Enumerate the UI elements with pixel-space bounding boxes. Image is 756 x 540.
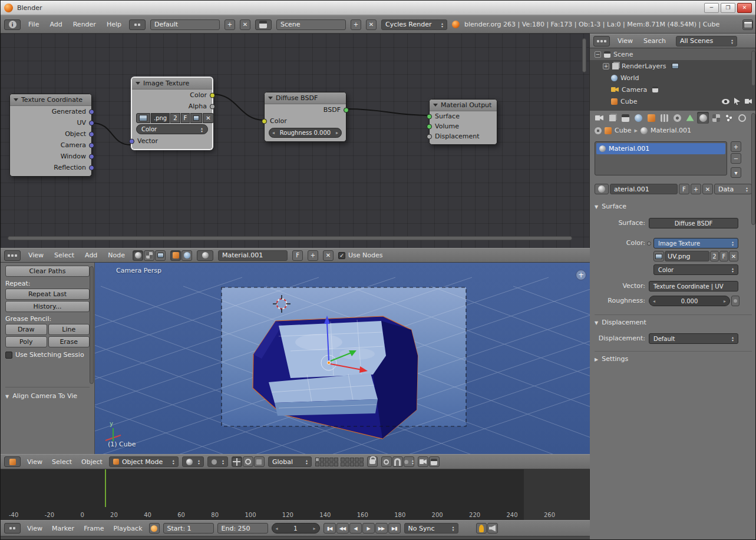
- tab-world[interactable]: [632, 112, 644, 124]
- layers-grid-left[interactable]: [315, 458, 338, 466]
- menu-node[interactable]: Node: [105, 251, 128, 259]
- breadcrumb-material[interactable]: Material.001: [651, 127, 691, 134]
- surface-panel-header[interactable]: Surface: [595, 203, 626, 210]
- outliner-row-world[interactable]: World: [590, 72, 756, 84]
- snap-toggle-button[interactable]: [392, 456, 403, 467]
- jump-to-end-button[interactable]: ▶▮: [388, 523, 401, 534]
- outliner-scrollbar[interactable]: [751, 51, 755, 86]
- current-frame-field[interactable]: 1: [272, 523, 320, 534]
- tab-object-data[interactable]: [684, 112, 696, 124]
- image-pack-button[interactable]: [190, 113, 202, 123]
- scene-field[interactable]: Scene: [276, 19, 346, 30]
- menu-view[interactable]: View: [615, 37, 636, 45]
- material-preview-button[interactable]: [595, 184, 609, 194]
- scene-delete-button[interactable]: ✕: [366, 19, 377, 30]
- input-socket-color[interactable]: [262, 118, 267, 124]
- shader-context-world-button[interactable]: [181, 250, 192, 261]
- vector-source-button[interactable]: Texture Coordinate | UV: [649, 281, 738, 291]
- manipulator-translate-button[interactable]: [232, 456, 242, 467]
- displacement-dropdown[interactable]: Default: [649, 333, 738, 344]
- auto-keyframe-button[interactable]: [149, 523, 160, 534]
- keying-set-button[interactable]: [476, 523, 487, 534]
- menu-view[interactable]: View: [24, 458, 45, 466]
- clear-paths-button[interactable]: Clear Paths: [5, 266, 90, 277]
- play-reverse-button[interactable]: ◀: [349, 523, 362, 534]
- material-name-field[interactable]: Material.001: [218, 250, 288, 261]
- collapse-icon[interactable]: [14, 98, 18, 101]
- manipulator-rotate-button[interactable]: [243, 456, 253, 467]
- menu-view[interactable]: View: [25, 251, 47, 259]
- outliner-scope-dropdown[interactable]: All Scenes: [676, 36, 737, 47]
- selectability-pointer-icon[interactable]: [734, 98, 740, 105]
- menu-add[interactable]: Add: [82, 251, 100, 259]
- surface-shader-button[interactable]: Diffuse BSDF: [649, 218, 738, 228]
- collapse-icon[interactable]: [136, 82, 140, 85]
- input-socket-volume[interactable]: [427, 124, 432, 129]
- input-socket-surface[interactable]: [427, 114, 432, 119]
- material-add-button[interactable]: +: [308, 250, 318, 261]
- image-unlink-button[interactable]: ✕: [729, 251, 738, 261]
- output-socket-bsdf[interactable]: [344, 107, 349, 112]
- repeat-last-button[interactable]: Repeat Last: [5, 289, 90, 300]
- displacement-panel-header[interactable]: Displacement: [595, 314, 752, 326]
- breadcrumb-object[interactable]: Cube: [615, 127, 631, 134]
- sketching-sessions-checkbox[interactable]: [5, 352, 12, 359]
- output-socket-alpha[interactable]: [210, 104, 215, 109]
- next-keyframe-button[interactable]: ▶▶: [375, 523, 388, 534]
- screen-layout-delete-button[interactable]: ✕: [240, 19, 250, 30]
- scene-add-button[interactable]: +: [351, 19, 361, 30]
- menu-help[interactable]: Help: [104, 21, 124, 28]
- material-browse-button[interactable]: [197, 250, 213, 261]
- maximize-button[interactable]: ❐: [721, 3, 735, 13]
- image-browse-button[interactable]: [653, 251, 664, 261]
- layers-grid-right[interactable]: [341, 458, 364, 466]
- render-engine-dropdown[interactable]: Cycles Render: [381, 19, 447, 30]
- menu-frame[interactable]: Frame: [81, 525, 107, 532]
- manipulator-scale-button[interactable]: [254, 456, 265, 467]
- image-fake-user-button[interactable]: F: [719, 251, 728, 261]
- material-link-dropdown[interactable]: Data: [714, 184, 752, 194]
- audio-scrub-button[interactable]: [487, 523, 498, 534]
- roughness-slider[interactable]: 0.000: [649, 296, 730, 306]
- screen-layout-browse-button[interactable]: [129, 19, 146, 30]
- slot-specials-button[interactable]: ▾: [731, 167, 741, 178]
- outliner-row-camera[interactable]: Camera: [590, 84, 756, 95]
- tab-object[interactable]: [645, 112, 657, 124]
- editor-type-info-button[interactable]: i: [4, 19, 21, 30]
- output-socket-reflection[interactable]: [89, 165, 94, 170]
- pivot-point-dropdown[interactable]: [207, 456, 228, 467]
- output-socket-object[interactable]: [89, 131, 94, 137]
- color-space-dropdown[interactable]: Color: [136, 124, 208, 134]
- output-socket-uv[interactable]: [89, 120, 94, 125]
- minimize-button[interactable]: ─: [704, 3, 719, 13]
- tab-render-layers[interactable]: [606, 112, 618, 124]
- image-name-field[interactable]: UV.png: [665, 251, 709, 261]
- grease-erase-button[interactable]: Erase: [48, 336, 90, 347]
- tab-material[interactable]: [697, 112, 709, 124]
- tree-type-compositing-button[interactable]: [144, 250, 154, 261]
- menu-view[interactable]: View: [24, 525, 45, 532]
- opengl-render-anim-button[interactable]: [429, 456, 440, 467]
- prev-keyframe-button[interactable]: ◀◀: [336, 523, 349, 534]
- output-socket-generated[interactable]: [89, 109, 94, 114]
- material-fake-user-button[interactable]: F: [679, 184, 689, 194]
- roughness-slider[interactable]: Roughness 0.000: [269, 128, 342, 138]
- tab-modifiers[interactable]: [671, 112, 683, 124]
- slot-remove-button[interactable]: −: [731, 153, 741, 164]
- scene-browse-button[interactable]: [255, 19, 272, 30]
- settings-panel-header[interactable]: Settings: [595, 351, 752, 363]
- input-socket-displacement[interactable]: [427, 134, 432, 139]
- renderability-camera-icon[interactable]: [745, 99, 752, 104]
- align-camera-panel-header[interactable]: Align Camera To Vie: [5, 387, 90, 400]
- image-users-button[interactable]: 2: [170, 113, 180, 123]
- snap-element-dropdown[interactable]: [404, 456, 414, 467]
- node-texture-coordinate[interactable]: Texture Coordinate Generated UV Object C…: [9, 94, 92, 177]
- jump-to-start-button[interactable]: ▮◀: [323, 523, 336, 534]
- node-diffuse-bsdf[interactable]: Diffuse BSDF BSDF Color Roughness 0.000: [264, 92, 346, 142]
- window-duplicate-button[interactable]: [742, 19, 753, 30]
- editor-type-node-button[interactable]: [4, 250, 21, 261]
- image-fake-user-button[interactable]: F: [181, 113, 190, 123]
- material-name-field[interactable]: aterial.001: [610, 184, 678, 194]
- tab-render[interactable]: [593, 112, 605, 124]
- viewport-shading-dropdown[interactable]: [182, 456, 204, 467]
